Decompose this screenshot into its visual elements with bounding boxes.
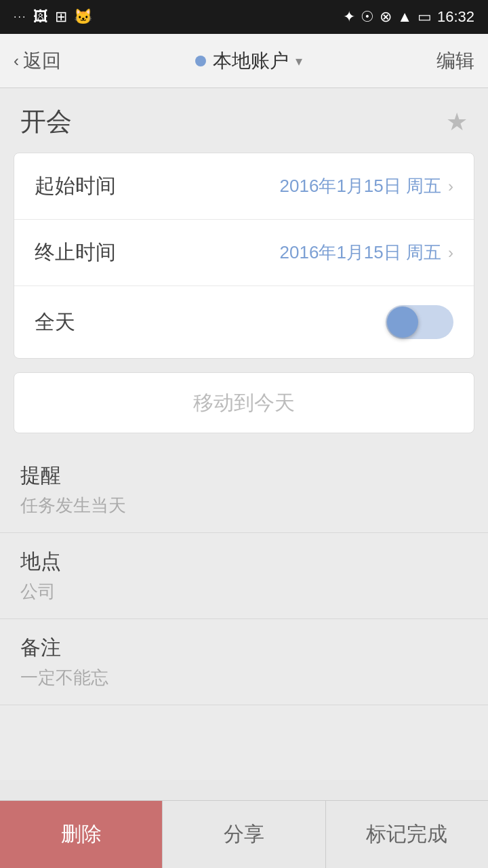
edit-button[interactable]: 编辑 [436, 48, 474, 74]
end-time-label: 终止时间 [35, 239, 116, 267]
complete-button[interactable]: 标记完成 [326, 801, 488, 868]
all-day-toggle[interactable] [386, 305, 453, 339]
delete-label: 删除 [61, 821, 102, 848]
status-bar: ··· 🖼 ⊞ 🐱 ✦ ☉ ⊗ ▲ ▭ 16:32 [0, 0, 488, 34]
battery-icon: ▭ [418, 8, 432, 26]
image-icon: 🖼 [33, 8, 48, 26]
delete-button[interactable]: 删除 [0, 801, 163, 868]
bluetooth-icon: ✦ [343, 8, 355, 26]
end-time-chevron-icon: › [448, 243, 453, 262]
reminder-title: 提醒 [20, 462, 468, 490]
location-title: 地点 [20, 548, 468, 576]
time-display: 16:32 [437, 8, 474, 26]
start-time-value: 2016年1月15日 周五 [280, 174, 441, 198]
end-time-value-container: 2016年1月15日 周五 › [280, 241, 453, 264]
account-dot-icon [195, 56, 206, 66]
nav-title: 本地账户 ▾ [195, 48, 302, 74]
grid-icon: ⊞ [55, 8, 67, 26]
start-time-value-container: 2016年1月15日 周五 › [280, 174, 453, 198]
back-button[interactable]: ‹ 返回 [14, 48, 61, 74]
location-row[interactable]: 地点 公司 [0, 533, 488, 619]
status-right: ✦ ☉ ⊗ ▲ ▭ 16:32 [343, 8, 474, 26]
notes-title: 备注 [20, 634, 468, 662]
dropdown-icon[interactable]: ▾ [296, 53, 302, 69]
bottom-buttons: 删除 分享 标记完成 [0, 800, 488, 868]
share-button[interactable]: 分享 [163, 801, 325, 868]
share-label: 分享 [224, 821, 264, 848]
wifi-icon: ☉ [361, 8, 374, 26]
all-day-row: 全天 [14, 286, 474, 358]
status-left: ··· 🖼 ⊞ 🐱 [14, 8, 92, 26]
reminder-row[interactable]: 提醒 任务发生当天 [0, 447, 488, 533]
move-today-label: 移动到今天 [193, 389, 295, 417]
cat-icon: 🐱 [74, 8, 92, 26]
back-label: 返回 [23, 48, 61, 74]
signal-icon: ▲ [397, 8, 412, 26]
reminder-subtitle: 任务发生当天 [20, 494, 468, 517]
time-card: 起始时间 2016年1月15日 周五 › 终止时间 2016年1月15日 周五 … [14, 153, 474, 359]
detail-section: 提醒 任务发生当天 地点 公司 备注 一定不能忘 [0, 447, 488, 705]
content-area: 开会 ★ 起始时间 2016年1月15日 周五 › 终止时间 2016年1月15… [0, 88, 488, 780]
move-today-button[interactable]: 移动到今天 [14, 372, 474, 433]
start-time-label: 起始时间 [35, 172, 116, 200]
nav-bar: ‹ 返回 本地账户 ▾ 编辑 [0, 34, 488, 88]
end-time-row[interactable]: 终止时间 2016年1月15日 周五 › [14, 220, 474, 286]
toggle-track [386, 305, 453, 339]
account-name: 本地账户 [213, 48, 289, 74]
event-title-section: 开会 ★ [0, 88, 488, 153]
toggle-thumb [387, 307, 418, 338]
event-title: 开会 [20, 104, 72, 139]
start-time-chevron-icon: › [448, 177, 453, 196]
end-time-value: 2016年1月15日 周五 [280, 241, 441, 264]
back-chevron-icon: ‹ [14, 52, 19, 71]
star-icon[interactable]: ★ [446, 108, 468, 136]
notification-icon: ⊗ [380, 8, 392, 26]
notes-subtitle: 一定不能忘 [20, 666, 468, 690]
signal-dots: ··· [14, 11, 26, 23]
notes-row[interactable]: 备注 一定不能忘 [0, 619, 488, 705]
location-subtitle: 公司 [20, 580, 468, 604]
start-time-row[interactable]: 起始时间 2016年1月15日 周五 › [14, 153, 474, 220]
all-day-label: 全天 [35, 309, 75, 336]
complete-label: 标记完成 [366, 821, 447, 848]
